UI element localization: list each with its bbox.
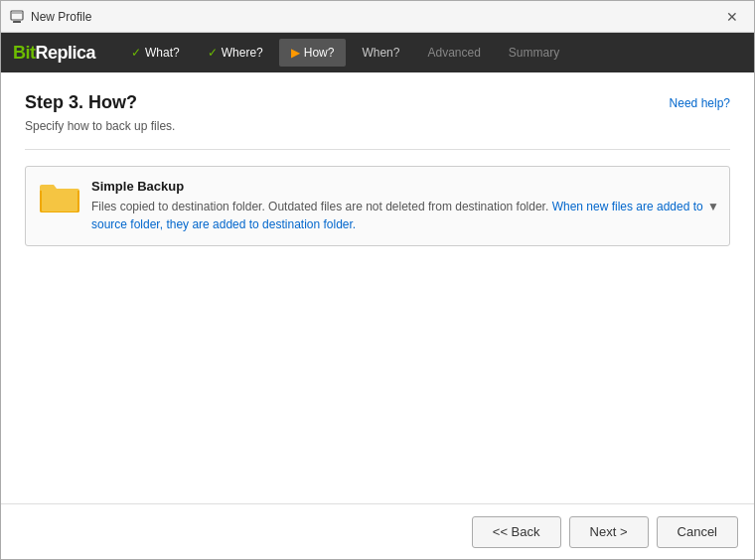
chevron-down-icon: ▼ xyxy=(707,200,719,213)
nav-label-where: Where? xyxy=(222,46,263,60)
brand-bit: Bit xyxy=(13,43,36,63)
brand-logo: BitReplica xyxy=(13,43,95,64)
option-content: Simple Backup Files copied to destinatio… xyxy=(91,179,715,233)
footer: << Back Next > Cancel xyxy=(1,503,754,559)
nav-item-advanced: Advanced xyxy=(415,39,492,67)
content-divider xyxy=(25,149,730,150)
main-window: New Profile ✕ BitReplica ✓ What? ✓ Where… xyxy=(0,0,755,560)
option-title: Simple Backup xyxy=(91,179,715,194)
option-description: Files copied to destination folder. Outd… xyxy=(91,198,715,233)
back-button[interactable]: << Back xyxy=(472,516,561,548)
arrow-icon-how: ▶ xyxy=(291,46,300,60)
content-area: Step 3. How? Need help? Specify how to b… xyxy=(1,72,754,503)
nav-item-how[interactable]: ▶ How? xyxy=(279,39,347,67)
svg-rect-0 xyxy=(11,11,23,20)
folder-icon xyxy=(40,181,79,214)
nav-items: ✓ What? ✓ Where? ▶ How? When? Advanced S… xyxy=(119,39,571,67)
nav-item-when[interactable]: When? xyxy=(350,39,411,67)
step-title: Step 3. How? xyxy=(25,92,137,113)
svg-rect-1 xyxy=(13,21,21,23)
option-desc-part1: Files copied to destination folder. Outd… xyxy=(91,200,548,213)
cancel-button[interactable]: Cancel xyxy=(657,516,738,548)
nav-label-summary: Summary xyxy=(509,46,559,60)
nav-label-how: How? xyxy=(304,46,335,60)
nav-item-summary: Summary xyxy=(497,39,571,67)
window-icon xyxy=(9,9,25,25)
backup-option-card[interactable]: Simple Backup Files copied to destinatio… xyxy=(25,166,730,246)
title-bar: New Profile ✕ xyxy=(1,1,754,33)
nav-item-what[interactable]: ✓ What? xyxy=(119,39,192,67)
step-subtitle: Specify how to back up files. xyxy=(25,119,730,133)
spacer xyxy=(25,246,730,503)
close-button[interactable]: ✕ xyxy=(718,5,746,29)
check-icon-where: ✓ xyxy=(208,46,218,60)
next-button[interactable]: Next > xyxy=(569,516,649,548)
nav-label-advanced: Advanced xyxy=(427,46,480,60)
nav-label-when: When? xyxy=(362,46,399,60)
nav-bar: BitReplica ✓ What? ✓ Where? ▶ How? When?… xyxy=(1,33,754,72)
window-title: New Profile xyxy=(31,10,718,24)
brand-replica: Replica xyxy=(36,43,96,63)
need-help-link[interactable]: Need help? xyxy=(670,96,730,110)
check-icon-what: ✓ xyxy=(131,46,141,60)
nav-label-what: What? xyxy=(145,46,180,60)
page-header: Step 3. How? Need help? xyxy=(25,92,730,113)
nav-item-where[interactable]: ✓ Where? xyxy=(196,39,275,67)
